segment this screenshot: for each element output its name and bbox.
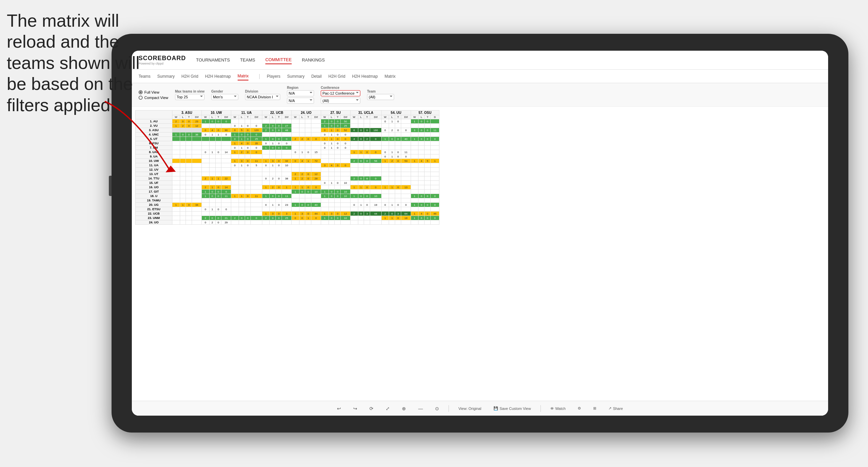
cell-t-8-6 <box>364 154 370 159</box>
cell-t-5-1 <box>215 141 221 146</box>
cell-w-2-1: 0 <box>201 128 209 132</box>
gender-select[interactable]: Men's Women's <box>211 94 238 100</box>
region-select2[interactable]: N/A <box>287 98 314 104</box>
cell-t-12-1 <box>215 172 221 176</box>
cell-l-17-2: 1 <box>239 194 245 198</box>
nav-committee[interactable]: COMMITTEE <box>265 56 292 64</box>
cell-t-5-2: 0 <box>245 141 251 146</box>
sh-t3: T <box>245 115 251 119</box>
cell-dif-6-8 <box>431 146 439 150</box>
zoom-out-icon: — <box>418 406 423 411</box>
cell-dif-7-4: 15 <box>311 150 321 154</box>
cell-dif-22-3: 25 <box>282 216 291 220</box>
clock-button[interactable]: ⊙ <box>432 404 442 413</box>
view-original-button[interactable]: View: Original <box>456 405 484 412</box>
row-label-18: 19. TAMU <box>136 198 172 203</box>
cell-dif-5-1 <box>221 141 231 146</box>
cell-t-0-0: 0 <box>186 119 192 124</box>
cell-t-6-8 <box>425 146 431 150</box>
share-button[interactable]: ↗ Share <box>606 405 625 412</box>
grid-icon: ⊞ <box>593 406 596 411</box>
table-row: 1. AU20023100020050010100 <box>136 119 439 124</box>
subtab-player-h2h-heatmap[interactable]: H2H Heatmap <box>352 73 378 80</box>
cell-dif-18-8 <box>431 198 439 203</box>
conference-select2[interactable]: (All) <box>321 98 360 104</box>
cell-dif-5-3: 0 <box>282 141 291 146</box>
subtab-summary[interactable]: Summary <box>157 73 174 80</box>
table-row: 6. FSU1403501000100 <box>136 141 439 146</box>
table-row: 9. UA0100 <box>136 154 439 159</box>
save-custom-button[interactable]: 💾 Save Custom View <box>491 405 534 412</box>
gender-label: Gender <box>211 90 238 93</box>
cell-dif-21-0 <box>192 212 201 216</box>
cell-l-16-7 <box>389 190 395 194</box>
cell-w-4-0 <box>172 137 180 141</box>
region-select[interactable]: N/A East West <box>287 90 314 96</box>
cell-t-23-1: 0 <box>215 220 221 225</box>
matrix-table: 3. ASU 10. UW 11. UA 22. UCB 24. UO 27. … <box>135 110 439 225</box>
cell-t-5-3: 0 <box>276 141 282 146</box>
max-teams-label: Max teams in view <box>175 90 204 93</box>
undo-button[interactable]: ↩ <box>334 404 344 413</box>
cell-l-13-0 <box>180 176 186 181</box>
subtab-player-summary[interactable]: Summary <box>287 73 305 80</box>
grid-button[interactable]: ⊞ <box>590 405 599 412</box>
team-select[interactable]: (All) <box>367 94 394 100</box>
cell-dif-15-8 <box>431 185 439 190</box>
cell-l-6-4 <box>299 146 305 150</box>
refresh-button[interactable]: ⟳ <box>367 404 376 413</box>
cell-t-0-1: 0 <box>215 119 221 124</box>
zoom-out-button[interactable]: — <box>415 404 426 413</box>
cell-l-5-2: 4 <box>239 141 245 146</box>
cell-l-23-7 <box>389 220 395 225</box>
cell-l-9-7: 2 <box>389 159 395 163</box>
cell-l-4-8: 0 <box>418 137 425 141</box>
subtab-players[interactable]: Players <box>267 73 281 80</box>
settings-button[interactable]: ⚙ <box>575 405 584 412</box>
max-teams-select[interactable]: Top 25 Top 10 Top 50 <box>175 94 204 100</box>
subtab-matrix[interactable]: Matrix <box>238 72 249 80</box>
cell-t-13-6: 8 <box>364 176 370 181</box>
cell-dif-4-4: 0 <box>311 137 321 141</box>
cell-t-0-8: 0 <box>425 119 431 124</box>
cell-dif-0-3 <box>282 119 291 124</box>
cell-l-17-1: 0 <box>209 194 215 198</box>
cell-t-14-7 <box>395 181 401 185</box>
cell-dif-12-4: 12 <box>311 172 321 176</box>
division-select[interactable]: NCAA Division I NCAA Division II <box>245 94 280 100</box>
subtab-player-detail[interactable]: Detail <box>311 73 322 80</box>
watch-button[interactable]: 👁 Watch <box>548 405 569 412</box>
cell-w-15-4: 1 <box>291 185 299 190</box>
redo-button[interactable]: ↪ <box>351 404 360 413</box>
conference-select[interactable]: Pac-12 Conference (All) <box>321 90 360 96</box>
cell-w-17-1: 1 <box>201 194 209 198</box>
cell-t-23-4 <box>305 220 311 225</box>
cell-t-3-1: 1 <box>215 132 221 137</box>
cell-w-20-1: 0 <box>201 207 209 212</box>
nav-tournaments[interactable]: TOURNAMENTS <box>196 56 230 64</box>
cell-l-2-5: 1 <box>329 128 335 132</box>
subtab-h2h-heatmap[interactable]: H2H Heatmap <box>205 73 231 80</box>
cell-w-22-7: 1 <box>381 216 389 220</box>
cell-l-15-3: 2 <box>270 185 276 190</box>
cell-dif-4-8: 0 <box>431 137 439 141</box>
cell-dif-9-7: 53 <box>401 159 411 163</box>
cell-dif-12-5 <box>341 172 350 176</box>
subtab-player-h2h-grid[interactable]: H2H Grid <box>329 73 345 80</box>
matrix-scroll-area[interactable]: 3. ASU 10. UW 11. UA 22. UCB 24. UO 27. … <box>132 107 828 401</box>
cell-w-0-6 <box>350 119 358 124</box>
expand-button[interactable]: ⤢ <box>383 404 392 413</box>
cell-l-2-3: 0 <box>270 128 276 132</box>
subtab-player-matrix[interactable]: Matrix <box>385 73 396 80</box>
cell-dif-17-7 <box>401 194 411 198</box>
zoom-in-button[interactable]: ⊕ <box>399 404 409 413</box>
cell-t-9-0 <box>186 159 192 163</box>
settings-icon: ⚙ <box>578 406 581 411</box>
nav-rankings[interactable]: RANKINGS <box>302 56 325 64</box>
cell-w-17-2: 1 <box>231 194 239 198</box>
nav-teams[interactable]: TEAMS <box>240 56 255 64</box>
cell-dif-0-2 <box>251 119 262 124</box>
cell-l-6-6 <box>358 146 364 150</box>
subtab-h2h-grid[interactable]: H2H Grid <box>182 73 198 80</box>
cell-t-1-1 <box>215 124 221 128</box>
